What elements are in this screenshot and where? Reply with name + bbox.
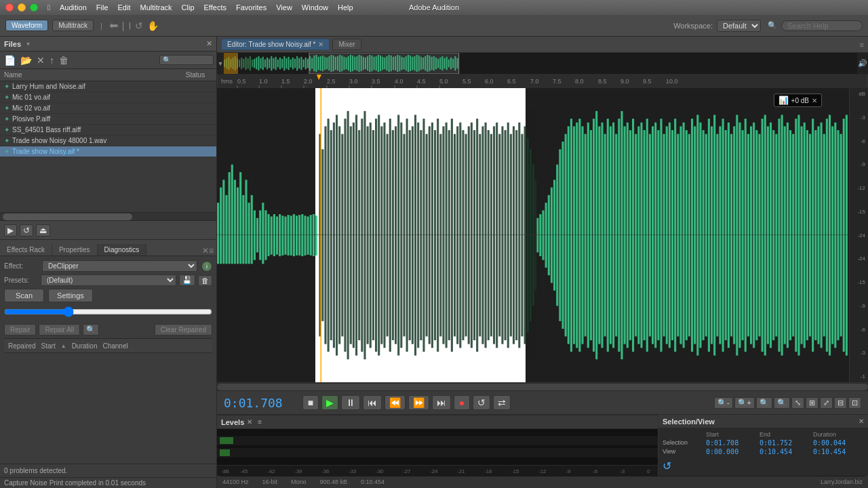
hand-icon[interactable]: ✋: [147, 20, 159, 31]
close-file-btn[interactable]: ✕: [35, 55, 46, 66]
file-item[interactable]: ✦ Mic 02 vo.aif: [0, 103, 216, 114]
zoom-match-btn[interactable]: ⊡: [848, 397, 861, 409]
files-panel-close[interactable]: ✕: [206, 39, 212, 48]
delete-preset-btn[interactable]: 🗑: [198, 275, 212, 286]
files-search-input[interactable]: [159, 55, 214, 65]
zoom-full-btn[interactable]: ⤡: [791, 397, 804, 409]
zoom-sel-btn[interactable]: ⊞: [806, 397, 818, 409]
prev-btn[interactable]: ⏮: [363, 395, 382, 410]
svg-rect-170: [276, 216, 278, 254]
svg-rect-251: [505, 130, 507, 340]
file-item[interactable]: ✦ SS_64501 Bass riff.aiff: [0, 125, 216, 136]
maximize-button[interactable]: [30, 3, 38, 12]
zoom-more-btn[interactable]: ⊟: [834, 397, 847, 409]
effects-panel-menu[interactable]: ≡: [209, 246, 214, 256]
loop-icon-sel[interactable]: ↺: [663, 460, 671, 472]
file-item[interactable]: ✦ Trade show Noisy 48000 1.wav: [0, 136, 216, 146]
menu-multitrack[interactable]: Multitrack: [140, 3, 172, 12]
repair-all-btn[interactable]: Repair All: [39, 324, 80, 336]
svg-rect-175: [290, 216, 292, 256]
menu-apple[interactable]: : [47, 3, 50, 12]
menu-file[interactable]: File: [96, 3, 108, 12]
pause-btn[interactable]: ⏸: [341, 395, 360, 410]
file-item[interactable]: ✦ Mic 01 vo.aif: [0, 92, 216, 103]
hscroll-thumb[interactable]: [217, 384, 868, 390]
tab-properties[interactable]: Properties: [52, 244, 98, 256]
save-preset-btn[interactable]: 💾: [179, 274, 195, 286]
preset-select[interactable]: (Default): [41, 274, 176, 286]
hscrollbar[interactable]: [217, 382, 868, 390]
search-input[interactable]: [781, 20, 863, 31]
menu-help[interactable]: Help: [338, 3, 353, 12]
workspace-select[interactable]: Default: [717, 20, 761, 32]
zoom-out-time-btn[interactable]: 🔍: [774, 397, 790, 409]
editor-tab-menu[interactable]: ≡: [860, 41, 864, 49]
file-item-selected[interactable]: ✦ Trade show Noisy.aif *: [0, 146, 216, 157]
levels-close-btn[interactable]: ✕: [247, 418, 252, 426]
stop-btn[interactable]: ■: [302, 395, 319, 410]
effects-panel-close-btn[interactable]: ✕: [202, 246, 209, 256]
sel-start-value[interactable]: 0:01.708: [706, 439, 757, 447]
overview-collapse-btn[interactable]: ▼: [217, 53, 224, 74]
back-icon[interactable]: ⬅: [109, 19, 118, 32]
loop-mode-btn[interactable]: ↺: [473, 395, 490, 410]
menu-clip[interactable]: Clip: [182, 3, 195, 12]
eject-small-btn[interactable]: ⏏: [36, 224, 50, 237]
forward-icon[interactable]: |: [122, 20, 125, 31]
open-file-btn[interactable]: 📂: [19, 55, 33, 66]
menu-view[interactable]: View: [276, 3, 292, 12]
menu-effects[interactable]: Effects: [204, 3, 226, 12]
delete-file-btn[interactable]: 🗑: [58, 55, 70, 66]
sync-btn[interactable]: ⇄: [493, 395, 511, 410]
settings-btn[interactable]: Settings: [48, 289, 93, 302]
close-button[interactable]: [5, 3, 14, 12]
file-item[interactable]: ✦ Plosive P.aiff: [0, 114, 216, 125]
clear-repaired-btn[interactable]: Clear Repaired: [155, 324, 212, 336]
tab-diagnostics[interactable]: Diagnostics: [98, 244, 147, 256]
svg-rect-218: [412, 126, 414, 344]
levels-menu-btn[interactable]: ≡: [258, 418, 262, 426]
editor-tab-close[interactable]: ✕: [318, 41, 323, 48]
effect-select[interactable]: DeClipper: [42, 260, 197, 272]
sel-view-end-value[interactable]: 0:10.454: [760, 448, 810, 455]
sel-view-start-value[interactable]: 0:00.000: [706, 448, 757, 455]
search-repaired-btn[interactable]: 🔍: [83, 324, 99, 336]
menu-favorites[interactable]: Favorites: [236, 3, 267, 12]
zoom-out-btn[interactable]: 🔍-: [714, 397, 733, 409]
volume-close[interactable]: ✕: [812, 97, 817, 104]
loop-small-btn[interactable]: ↺: [20, 224, 33, 237]
menu-audition[interactable]: Audition: [60, 3, 87, 12]
play-small-btn[interactable]: ▶: [4, 224, 17, 237]
effect-slider[interactable]: [4, 306, 212, 317]
minimize-button[interactable]: [18, 3, 26, 12]
multitrack-btn[interactable]: Multitrack: [52, 20, 94, 31]
menu-edit[interactable]: Edit: [118, 3, 131, 12]
tab-effects-rack[interactable]: Effects Rack: [0, 244, 52, 256]
zoom-out-full-btn[interactable]: ⤢: [820, 397, 833, 409]
file-item[interactable]: ✦ Larry Hum and Noise.aif: [0, 81, 216, 92]
effect-info-btn[interactable]: i: [201, 261, 212, 272]
record-btn[interactable]: ●: [454, 395, 470, 410]
back-btn[interactable]: ⏪: [384, 395, 406, 410]
end-btn[interactable]: ⏭: [432, 395, 451, 410]
overview-speaker-icon[interactable]: 🔊: [857, 53, 868, 74]
editor-tab[interactable]: Editor: Trade show Noisy.aif * ✕: [221, 39, 330, 50]
scan-btn[interactable]: Scan: [4, 289, 44, 302]
zoom-in-btn[interactable]: 🔍+: [734, 397, 755, 409]
mixer-tab[interactable]: Mixer: [332, 39, 361, 50]
waveform-canvas[interactable]: 📊 +0 dB ✕: [217, 88, 849, 382]
new-file-btn[interactable]: 📄: [3, 55, 17, 66]
menu-window[interactable]: Window: [302, 3, 328, 12]
play-btn[interactable]: ▶: [321, 395, 338, 410]
cursor-icon[interactable]: I: [129, 20, 132, 31]
zoom-in-time-btn[interactable]: 🔍: [756, 397, 772, 409]
waveform-btn[interactable]: Waveform: [5, 20, 48, 31]
fwd-btn[interactable]: ⏩: [408, 395, 429, 410]
svg-rect-19: [260, 58, 261, 69]
loop-icon[interactable]: ↺: [135, 20, 143, 31]
svg-rect-90: [412, 57, 413, 70]
sel-end-value[interactable]: 0:01.752: [760, 439, 810, 447]
selection-panel-close[interactable]: ✕: [859, 418, 864, 425]
repair-btn[interactable]: Repair: [4, 324, 36, 336]
loop-file-btn[interactable]: ↑: [48, 55, 56, 66]
